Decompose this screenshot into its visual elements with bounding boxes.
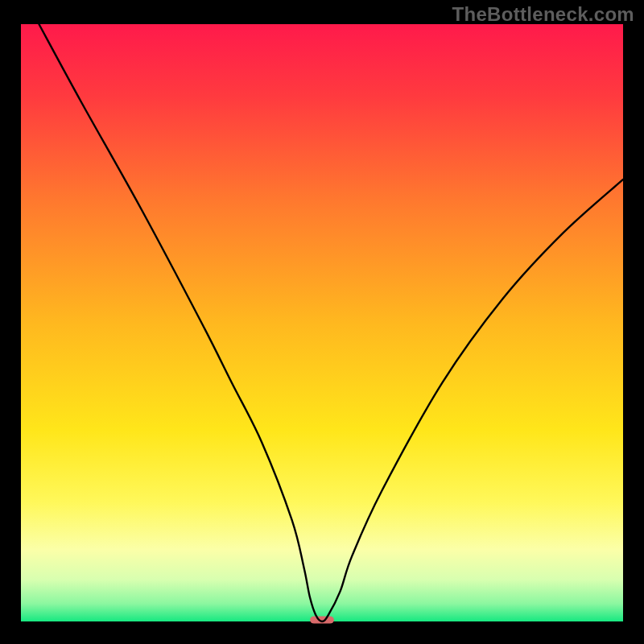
- chart-container: TheBottleneck.com: [0, 0, 644, 644]
- watermark-text: TheBottleneck.com: [452, 3, 634, 26]
- bottleneck-chart: [0, 0, 644, 644]
- plot-area: [21, 24, 623, 621]
